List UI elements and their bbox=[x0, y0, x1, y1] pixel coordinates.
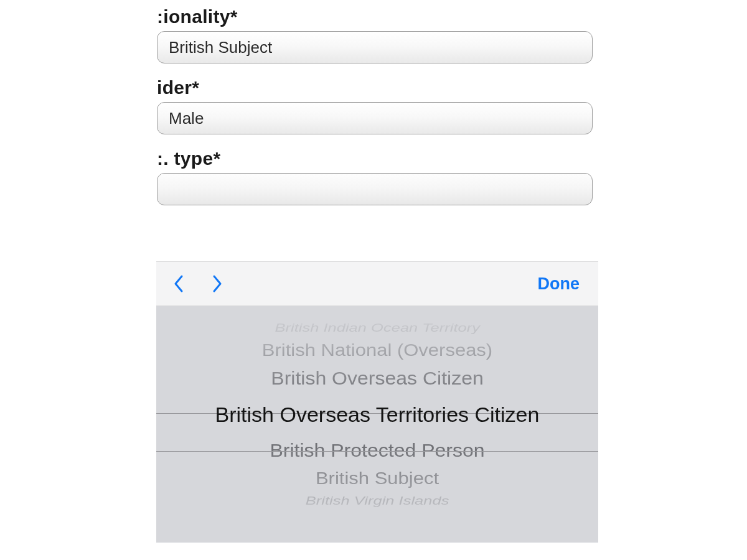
gender-select[interactable]: Male bbox=[157, 102, 593, 134]
picker-option[interactable]: British National (Overseas) bbox=[262, 339, 492, 362]
picker-option[interactable]: British Virgin Islands bbox=[306, 495, 449, 507]
chevron-left-icon bbox=[173, 274, 184, 293]
picker-option[interactable]: British Indian Ocean Territory bbox=[275, 322, 480, 334]
doc-type-select[interactable] bbox=[157, 173, 593, 205]
picker-option-selected[interactable]: British Overseas Territories Citizen bbox=[215, 393, 540, 436]
picker-prev-button[interactable] bbox=[170, 272, 187, 296]
nationality-select[interactable]: British Subject bbox=[157, 31, 593, 63]
picker-items: British Indian Ocean Territory British N… bbox=[156, 319, 598, 510]
nationality-value: British Subject bbox=[169, 38, 272, 57]
picker-toolbar: Done bbox=[156, 261, 598, 306]
gender-value: Male bbox=[169, 109, 204, 128]
picker-nav bbox=[170, 272, 226, 296]
doc-type-label: :. type* bbox=[157, 148, 593, 169]
gender-label: ider* bbox=[157, 77, 593, 98]
nationality-label: :ionality* bbox=[157, 6, 593, 27]
chevron-right-icon bbox=[212, 274, 223, 293]
picker-option[interactable]: British Overseas Citizen bbox=[271, 364, 483, 393]
picker-wheel[interactable]: British Indian Ocean Territory British N… bbox=[156, 306, 598, 543]
picker-panel: Done British Indian Ocean Territory Brit… bbox=[156, 261, 598, 543]
picker-done-button[interactable]: Done bbox=[538, 274, 580, 294]
picker-option[interactable]: British Subject bbox=[316, 467, 439, 490]
picker-next-button[interactable] bbox=[209, 272, 226, 296]
